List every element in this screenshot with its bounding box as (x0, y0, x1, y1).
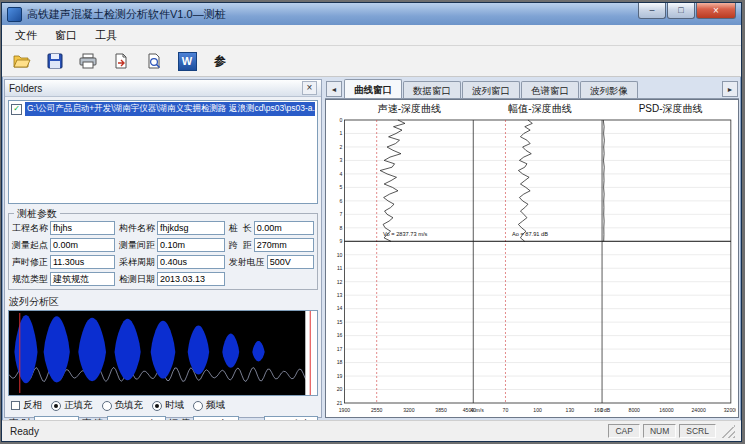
svg-text:32000: 32000 (724, 407, 736, 413)
svg-text:12: 12 (337, 279, 343, 285)
tab-curve-window[interactable]: 曲线窗口 (344, 79, 402, 98)
time-correction-field[interactable]: 11.30us (50, 255, 115, 269)
page-export-icon (113, 53, 129, 69)
folders-panel-title: Folders (9, 83, 42, 94)
open-folder-icon (13, 53, 31, 69)
svg-text:11: 11 (337, 265, 343, 271)
status-cap: CAP (608, 424, 639, 438)
radio-fill-positive[interactable] (51, 401, 61, 411)
svg-text:70: 70 (503, 407, 509, 413)
svg-text:0: 0 (340, 117, 343, 123)
standard-type-field[interactable]: 建筑规范 (50, 272, 115, 286)
menu-window[interactable]: 窗口 (46, 26, 86, 45)
file-checkbox[interactable]: ✓ (11, 104, 22, 115)
svg-text:9: 9 (340, 238, 343, 244)
parameters-icon: 参 (214, 53, 226, 70)
file-path-label: G:\公司产品启动+开发\湖南宇仪器\湖南义实拥检测路 返浪测cd\ps03\p… (25, 102, 315, 116)
tab-scroll-right-icon[interactable]: ► (722, 81, 738, 97)
save-button[interactable] (42, 49, 68, 74)
pile-length-field[interactable]: 0.00m (254, 221, 314, 235)
measure-step-field[interactable]: 0.10m (157, 238, 225, 252)
radio-fill-negative[interactable] (102, 401, 112, 411)
curves-panel: ◄ 曲线窗口 数据窗口 波列窗口 色谱窗口 波列影像 ► 声速-深度曲线 幅值-… (325, 79, 739, 418)
svg-text:7: 7 (340, 211, 343, 217)
waveform-display[interactable] (8, 310, 318, 396)
panel-close-icon[interactable]: × (302, 81, 317, 95)
svg-text:40: 40 (470, 407, 476, 413)
svg-text:4: 4 (340, 171, 343, 177)
field-label: 规范类型 (12, 273, 48, 286)
tab-wave-image[interactable]: 波列影像 (580, 81, 638, 98)
folders-panel-header: Folders × (5, 80, 321, 97)
component-name-field[interactable]: fhjkdsg (157, 221, 225, 235)
menubar: 文件 窗口 工具 (2, 25, 741, 46)
resize-grip[interactable] (722, 425, 735, 438)
svg-text:16: 16 (337, 332, 343, 338)
parameters-button[interactable]: 参 (207, 49, 233, 74)
svg-text:21: 21 (337, 400, 343, 406)
depth-chart-svg: 0123456789101112131415161718192021Vo = 2… (328, 116, 736, 416)
close-button[interactable]: × (696, 3, 736, 19)
field-label: 采样周期 (119, 256, 155, 269)
svg-text:1900: 1900 (339, 407, 351, 413)
freq-domain-control[interactable]: 频域 (193, 399, 225, 412)
open-file-button[interactable] (9, 49, 35, 74)
maximize-button[interactable]: □ (667, 3, 695, 19)
tab-scroll-left-icon[interactable]: ◄ (326, 81, 342, 97)
status-scrl: SCRL (679, 424, 716, 438)
field-label: 桩 长 (229, 222, 252, 235)
svg-text:8: 8 (340, 225, 343, 231)
invert-control[interactable]: 反相 (11, 399, 42, 412)
pile-params-title: 测桩参数 (14, 207, 60, 221)
titlebar[interactable]: 高铁建声混凝土检测分析软件V1.0—测桩 – □ × (2, 3, 741, 25)
waveform-svg (9, 311, 317, 395)
minimize-button[interactable]: – (638, 3, 666, 19)
printer-icon (79, 53, 97, 69)
field-label: 检测日期 (119, 273, 155, 286)
chart-titles: 声速-深度曲线 幅值-深度曲线 PSD-深度曲线 (344, 102, 736, 116)
statusbar: Ready CAP NUM SCRL (2, 420, 741, 441)
menu-file[interactable]: 文件 (6, 26, 46, 45)
print-button[interactable] (75, 49, 101, 74)
file-list[interactable]: ✓ G:\公司产品启动+开发\湖南宇仪器\湖南义实拥检测路 返浪测cd\ps03… (8, 100, 318, 204)
voltage-field[interactable]: 500V (267, 255, 314, 269)
caption-buttons: – □ × (638, 3, 736, 19)
tab-data-window[interactable]: 数据窗口 (403, 81, 461, 98)
svg-text:6: 6 (340, 198, 343, 204)
svg-text:0: 0 (601, 407, 604, 413)
field-label: 跨 距 (229, 239, 252, 252)
chart-area[interactable]: 声速-深度曲线 幅值-深度曲线 PSD-深度曲线 012345678910111… (325, 99, 739, 418)
app-icon (7, 7, 22, 22)
svg-text:14: 14 (337, 306, 343, 312)
time-domain-control[interactable]: 时域 (152, 399, 184, 412)
svg-text:2550: 2550 (371, 407, 383, 413)
print-preview-button[interactable] (141, 49, 167, 74)
svg-text:18: 18 (337, 359, 343, 365)
menu-tools[interactable]: 工具 (86, 26, 126, 45)
svg-text:24000: 24000 (692, 407, 706, 413)
svg-text:17: 17 (337, 346, 343, 352)
invert-checkbox[interactable] (11, 401, 20, 410)
project-name-field[interactable]: fhjhs (50, 221, 115, 235)
fill-negative-control[interactable]: 负填充 (102, 399, 144, 412)
fill-positive-control[interactable]: 正填充 (51, 399, 93, 412)
measure-start-field[interactable]: 0.00m (50, 238, 115, 252)
tab-spectrum-window[interactable]: 色谱窗口 (521, 81, 579, 98)
pile-params-grid: 工程名称fhjhs 构件名称fhjkdsg 桩 长0.00m 测量起点0.00m… (12, 221, 314, 286)
svg-text:Vo = 2837.73 m/s: Vo = 2837.73 m/s (383, 231, 427, 237)
word-report-button[interactable]: W (174, 49, 200, 74)
export-button[interactable] (108, 49, 134, 74)
window-title: 高铁建声混凝土检测分析软件V1.0—测桩 (27, 7, 633, 22)
app-window: 高铁建声混凝土检测分析软件V1.0—测桩 – □ × 文件 窗口 工具 (1, 2, 742, 442)
tab-wavetrain-window[interactable]: 波列窗口 (462, 81, 520, 98)
speed-chart-title: 声速-深度曲线 (344, 102, 475, 116)
svg-text:2: 2 (340, 144, 343, 150)
radio-time[interactable] (152, 401, 162, 411)
list-item[interactable]: ✓ G:\公司产品启动+开发\湖南宇仪器\湖南义实拥检测路 返浪测cd\ps03… (9, 101, 317, 117)
svg-text:Ao = 87.91 dB: Ao = 87.91 dB (512, 231, 548, 237)
span-distance-field[interactable]: 270mm (254, 238, 314, 252)
svg-text:8000: 8000 (629, 407, 641, 413)
radio-freq[interactable] (193, 401, 203, 411)
sample-period-field[interactable]: 0.40us (157, 255, 225, 269)
test-date-field[interactable]: 2013.03.13 (157, 272, 225, 286)
